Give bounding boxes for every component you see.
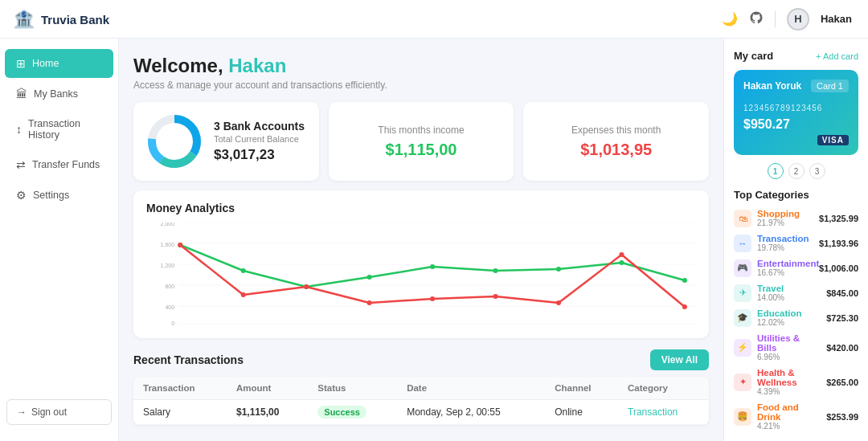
card-pagination: 1 2 3 [734,163,858,179]
category-amount: $1,006.00 [819,263,858,273]
category-info: Food and Drink 4.21% [757,402,821,431]
svg-point-26 [241,292,246,297]
add-card-link[interactable]: + Add card [816,51,858,61]
sidebar-item-transfer-funds[interactable]: ⇄ Transfer Funds [5,150,113,179]
cell-amount: $1,115,00 [227,400,308,425]
col-status: Status [308,377,397,400]
category-pct: 16.67% [757,268,813,277]
sidebar-item-transaction-history[interactable]: ↕ Transaction History [5,110,113,149]
category-icon: 🎮 [734,259,751,277]
category-item: ✦ Health & Wellness 4.39% $265.00 [734,368,858,396]
card-label-badge: Card 1 [811,80,849,92]
svg-point-25 [178,243,182,247]
svg-point-21 [493,268,498,273]
category-info: Travel 14.00% [757,284,821,302]
svg-point-23 [619,260,624,265]
category-info: Health & Wellness 4.39% [757,368,821,396]
category-pct: 14.00% [757,293,821,302]
card-amount: $950.27 [743,117,849,132]
sidebar-label-my-banks: My Banks [34,88,78,100]
dark-mode-icon[interactable]: 🌙 [722,11,738,27]
analytics-title: Money Analytics [146,202,696,214]
category-pct: 4.39% [757,387,821,396]
transfer-icon: ⇄ [16,158,26,171]
svg-point-30 [493,294,498,299]
cell-transaction: Salary [133,400,227,425]
cell-status: Success [308,400,397,425]
expense-label: Expenses this month [536,125,696,136]
category-pct: 4.21% [757,422,821,431]
svg-point-28 [367,300,372,305]
col-amount: Amount [227,377,308,400]
category-pct: 21.97% [757,218,813,227]
category-icon: ✈ [734,284,751,302]
category-item: 🍔 Food and Drink 4.21% $253.99 [734,402,858,431]
sidebar-item-settings[interactable]: ⚙ Settings [5,181,113,210]
expense-card: Expenses this month $1,013,95 [523,102,709,181]
topbar-divider [775,11,776,27]
category-item: 🛍 Shopping 21.97% $1,325.99 [734,209,858,227]
donut-chart [146,113,203,169]
user-name: Hakan [821,13,852,25]
cell-date: Monday, Sep 2, 00:55 [397,400,545,425]
sidebar: ⊞ Home 🏛 My Banks ↕ Transaction History … [0,39,119,441]
svg-point-22 [556,267,561,272]
card-top: Hakan Yoruk Card 1 [743,80,849,92]
sidebar-item-my-banks[interactable]: 🏛 My Banks [5,80,113,108]
accounts-amount: $3,017,23 [214,147,305,163]
card-dot-2[interactable]: 2 [788,163,805,179]
accounts-title: 3 Bank Accounts [214,120,305,133]
category-amount: $725.30 [826,313,858,323]
category-info: Shopping 21.97% [757,209,813,227]
accounts-subtitle: Total Current Balance [214,134,305,144]
svg-point-29 [430,296,435,301]
layout: ⊞ Home 🏛 My Banks ↕ Transaction History … [0,39,868,441]
github-icon[interactable] [749,10,764,28]
category-icon: 🛍 [734,210,751,227]
visa-badge: VISA [817,135,849,145]
welcome-title: Welcome, Hakan [133,55,709,77]
category-item: 🎓 Education 12.02% $725.30 [734,308,858,327]
main-content: Welcome, Hakan Access & manage your acco… [119,39,723,441]
income-card: This months income $1,115,00 [329,102,514,181]
svg-point-17 [241,268,246,273]
transaction-icon: ↕ [16,123,22,136]
category-name: Utilities & Bills [757,333,821,353]
category-pct: 19.78% [757,243,813,252]
stats-row: 3 Bank Accounts Total Current Balance $3… [133,102,709,181]
sidebar-label-home: Home [32,58,59,69]
home-icon: ⊞ [16,57,26,70]
svg-text:400: 400 [165,304,174,310]
category-pct: 12.02% [757,318,821,327]
sidebar-item-home[interactable]: ⊞ Home [5,49,113,78]
card-dot-1[interactable]: 1 [768,163,784,179]
transactions-table: Transaction Amount Status Date Channel C… [133,377,709,425]
category-name: Health & Wellness [757,368,821,387]
category-info: Utilities & Bills 6.96% [757,333,821,361]
category-pct: 6.96% [757,353,821,361]
categories-list: 🛍 Shopping 21.97% $1,325.99 ↔ Transactio… [734,209,858,431]
bank-icon: 🏛 [16,88,27,100]
svg-text:2,000: 2,000 [161,223,175,227]
category-item: 🎮 Entertainment 16.67% $1,006.00 [734,259,858,277]
category-icon: 🍔 [734,408,751,426]
bank-card: Hakan Yoruk Card 1 123456789123456 $950.… [734,70,858,155]
category-name: Food and Drink [757,402,821,422]
col-category: Category [618,377,709,400]
logo-area: 🏦 Truvia Bank [0,0,122,39]
category-icon: ↔ [734,235,751,252]
cell-category: Transaction [618,400,709,425]
col-date: Date [397,377,545,400]
signout-button[interactable]: → Sign out [6,399,112,425]
card-dot-3[interactable]: 3 [809,163,825,179]
category-icon: ⚡ [734,339,751,357]
category-name: Transaction [757,234,813,243]
my-card-section-title: My card + Add card [734,50,858,62]
income-label: This months income [342,125,502,136]
category-amount: $845.00 [826,288,858,298]
svg-point-19 [367,275,372,280]
svg-text:1,600: 1,600 [161,242,175,247]
view-all-button[interactable]: View All [650,349,709,370]
top-categories-title: Top Categories [734,189,858,201]
category-amount: $420.00 [826,343,858,353]
